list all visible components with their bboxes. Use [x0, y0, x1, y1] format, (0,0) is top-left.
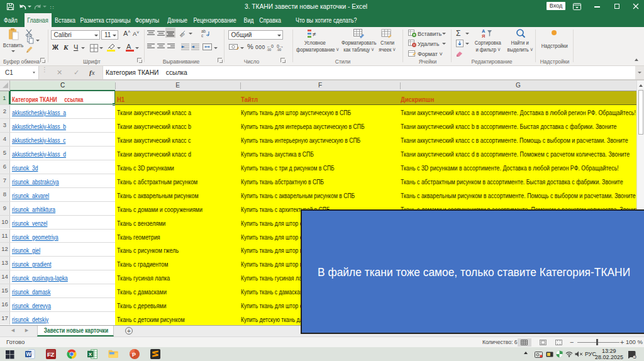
svg-text:c: c — [201, 33, 204, 38]
svg-text:P: P — [132, 352, 136, 358]
svg-text:.00: .00 — [267, 48, 271, 51]
svg-text:.00: .00 — [277, 48, 281, 51]
svg-text:X: X — [89, 352, 92, 357]
svg-text:2: 2 — [634, 355, 636, 358]
svg-text:≠: ≠ — [313, 31, 316, 38]
svg-text:Я: Я — [482, 33, 485, 38]
svg-text:W: W — [26, 351, 32, 357]
svg-text:ab: ab — [179, 31, 186, 37]
svg-text:FZ: FZ — [47, 351, 55, 358]
